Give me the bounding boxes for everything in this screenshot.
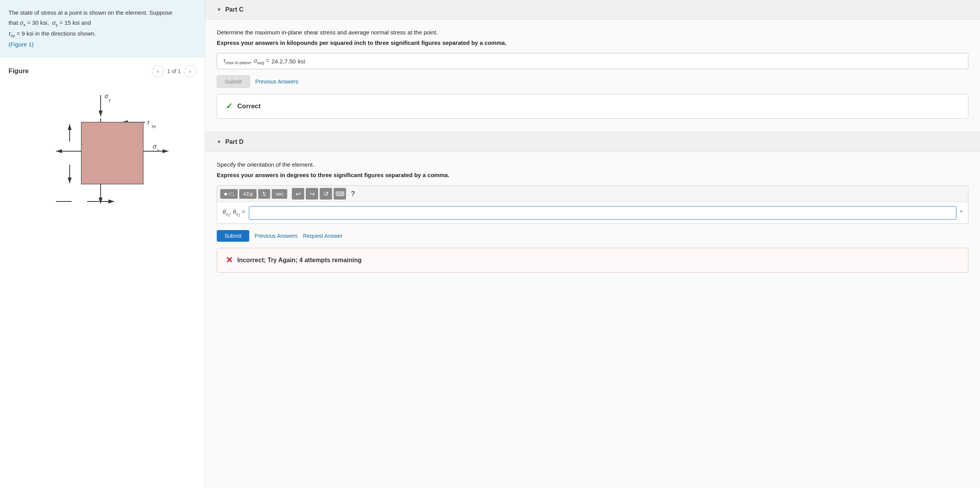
svg-marker-1 <box>99 111 103 116</box>
part-c-submit-btn[interactable]: Submit <box>217 75 250 88</box>
redo-button[interactable]: ↪ <box>306 188 318 200</box>
sigma-x-label: σ <box>20 19 23 26</box>
svg-text:σ: σ <box>105 93 109 99</box>
figure-counter: 1 of 1 <box>167 68 181 74</box>
part-c-label: Part C <box>225 6 243 13</box>
part-d-instruction: Express your answers in degrees to three… <box>217 172 968 178</box>
figure-prev-btn[interactable]: ‹ <box>152 65 164 77</box>
part-d-body: Specify the orientation of the element. … <box>205 152 980 286</box>
svg-marker-25 <box>68 177 72 183</box>
correct-check-icon: ✓ <box>226 101 233 111</box>
diagram-container: σ y τ xy σ x <box>9 84 196 215</box>
box-icon: □ <box>231 191 234 197</box>
left-panel: The state of stress at a point is shown … <box>0 0 205 488</box>
part-d-request-answer-link[interactable]: Request Answer <box>303 233 343 239</box>
part-c-question: Determine the maximum in-plane shear str… <box>217 29 968 36</box>
svg-marker-12 <box>163 149 168 153</box>
part-d-question: Specify the orientation of the element. <box>217 161 968 168</box>
part-d-label: Part D <box>225 138 243 145</box>
svg-rect-8 <box>81 122 143 184</box>
part-c-arrow: ▼ <box>217 7 221 12</box>
svg-marker-16 <box>99 198 103 203</box>
sqrt-icon: √ <box>228 192 230 196</box>
math-editor: ■ √ □ ΑΣφ ⇅ vec ↩ ↪ ↺ ⌨ ? θs1, θs2 = <box>217 185 968 224</box>
part-c-unit: ksi <box>298 58 305 65</box>
problem-intro: The state of stress at a point is shown … <box>9 9 172 16</box>
greek-button[interactable]: ΑΣφ <box>239 189 257 199</box>
part-c-value: 24.2,7.50 <box>272 58 296 65</box>
part-c-formula: τmax in-plane, σavg = <box>223 57 269 65</box>
refresh-button[interactable]: ↺ <box>320 188 332 200</box>
undo-button[interactable]: ↩ <box>292 188 304 200</box>
figure-next-btn[interactable]: › <box>184 65 196 77</box>
part-c-previous-answers-link[interactable]: Previous Answers <box>255 78 298 85</box>
keyboard-button[interactable]: ⌨ <box>334 188 346 200</box>
problem-statement: The state of stress at a point is shown … <box>0 0 205 57</box>
math-toolbar: ■ √ □ ΑΣφ ⇅ vec ↩ ↪ ↺ ⌨ ? <box>217 186 968 202</box>
svg-text:y: y <box>109 97 111 102</box>
part-d-previous-answers-link[interactable]: Previous Answers <box>255 233 298 239</box>
part-c-instruction: Express your answers in kilopounds per s… <box>217 39 968 46</box>
part-c-answer-row: τmax in-plane, σavg = 24.2,7.50 ksi <box>217 53 968 69</box>
part-d-submit-btn[interactable]: Submit <box>217 230 249 242</box>
correct-box: ✓ Correct <box>217 94 968 119</box>
svg-marker-10 <box>56 149 62 153</box>
svg-text:τ: τ <box>147 119 150 126</box>
part-c-actions: Submit Previous Answers <box>217 75 968 88</box>
svg-text:x: x <box>157 148 159 152</box>
figure-title: Figure <box>9 67 29 75</box>
figure-header: Figure ‹ 1 of 1 › <box>9 65 196 77</box>
part-d-header[interactable]: ▼ Part D <box>205 132 980 152</box>
tau-xy-sub: xy <box>11 33 15 38</box>
arrows-button[interactable]: ⇅ <box>258 189 270 199</box>
part-d-arrow: ▼ <box>217 139 221 145</box>
part-c-header[interactable]: ▼ Part C <box>205 0 980 20</box>
part-c-body: Determine the maximum in-plane shear str… <box>205 20 980 132</box>
theta-formula-label: θs1, θs2 = <box>223 208 245 217</box>
sigma-y-label: σ <box>52 19 56 26</box>
vec-button[interactable]: vec <box>272 189 287 199</box>
degree-symbol: ° <box>960 210 963 217</box>
sigma-x-sub: x <box>23 22 26 27</box>
theta-input[interactable] <box>249 206 956 220</box>
figure-section: Figure ‹ 1 of 1 › σ y τ xy <box>0 57 205 488</box>
incorrect-x-icon: ✕ <box>226 255 233 265</box>
incorrect-box: ✕ Incorrect; Try Again; 4 attempts remai… <box>217 248 968 273</box>
matrix-button[interactable]: ■ √ □ <box>220 189 238 199</box>
svg-marker-19 <box>108 200 114 203</box>
figure-link[interactable]: (Figure 1) <box>9 41 34 48</box>
svg-text:σ: σ <box>153 143 157 150</box>
right-panel: ▼ Part C Determine the maximum in-plane … <box>205 0 980 488</box>
stress-diagram: σ y τ xy σ x <box>33 87 172 211</box>
direction-text: in the directions shown. <box>35 30 96 37</box>
help-button[interactable]: ? <box>348 188 358 200</box>
correct-label: Correct <box>237 102 260 110</box>
svg-marker-23 <box>68 124 72 130</box>
sigma-y-sub: y <box>56 22 58 27</box>
part-d-actions: Submit Previous Answers Request Answer <box>217 230 968 242</box>
matrix-icon: ■ <box>224 191 227 197</box>
math-input-row: θs1, θs2 = ° <box>217 202 968 224</box>
figure-nav: ‹ 1 of 1 › <box>152 65 196 77</box>
svg-text:xy: xy <box>152 124 156 128</box>
incorrect-label: Incorrect; Try Again; 4 attempts remaini… <box>237 257 362 264</box>
